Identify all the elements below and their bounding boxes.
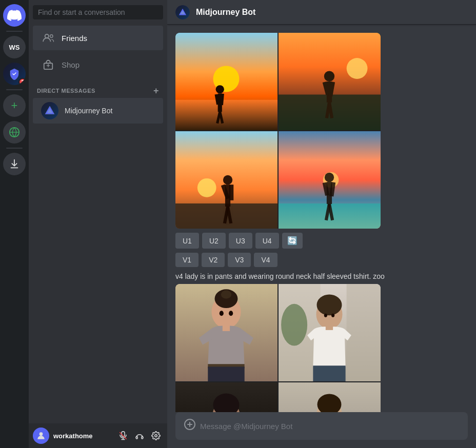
svg-rect-55 <box>208 366 244 381</box>
image-grid-tshirt <box>175 284 381 412</box>
svg-point-1 <box>45 34 49 38</box>
nav-item-shop[interactable]: Shop <box>33 52 163 77</box>
dm-item-midjourney[interactable]: Midjourney Bot <box>33 98 163 124</box>
image-sunset-1 <box>175 33 277 130</box>
image-sunset-2 <box>279 33 381 130</box>
refresh-icon: 🔄 <box>287 236 298 246</box>
v1-button[interactable]: V1 <box>175 253 199 267</box>
svg-point-59 <box>281 304 307 346</box>
v2-button[interactable]: V2 <box>202 253 225 267</box>
chat-area: Midjourney Bot <box>167 0 476 448</box>
refresh-button[interactable]: 🔄 <box>282 233 303 249</box>
shop-label: Shop <box>62 60 80 69</box>
svg-point-62 <box>324 314 327 317</box>
svg-rect-53 <box>223 325 230 331</box>
image-grid-sunset <box>175 33 381 229</box>
server-sidebar: WS 2 + <box>0 0 29 448</box>
svg-rect-58 <box>347 284 381 381</box>
chat-message-input[interactable] <box>200 416 460 437</box>
friends-icon <box>41 31 55 45</box>
svg-point-30 <box>197 178 216 197</box>
svg-rect-13 <box>175 100 277 130</box>
chat-header-avatar <box>175 5 190 19</box>
message-text-2: v4 lady is in pants and wearing round ne… <box>175 271 432 282</box>
chat-input-area <box>167 412 476 448</box>
server-divider-3 <box>6 148 23 149</box>
add-attachment-button[interactable] <box>184 412 196 440</box>
u3-button[interactable]: U3 <box>229 233 252 249</box>
user-avatar <box>33 427 49 444</box>
settings-button[interactable] <box>149 429 163 443</box>
add-label: + <box>11 99 18 112</box>
message-2: v4 lady is in pants and wearing round ne… <box>175 271 468 412</box>
image-sunset-3 <box>175 131 277 229</box>
message-1: U1 U2 U3 U4 🔄 V1 V2 V3 V4 <box>175 33 468 267</box>
user-area: workathome <box>29 423 167 448</box>
svg-rect-64 <box>326 326 333 330</box>
nav-item-friends[interactable]: Friends <box>33 26 163 50</box>
u4-button[interactable]: U4 <box>255 233 279 249</box>
svg-point-63 <box>331 314 334 317</box>
v3-button[interactable]: V3 <box>228 253 251 267</box>
server-icon-add[interactable]: + <box>3 94 26 117</box>
image-tshirt-4 <box>279 382 381 412</box>
server-icon-download[interactable] <box>3 153 26 175</box>
mj-avatar-graphic <box>41 102 58 119</box>
svg-point-2 <box>50 35 53 37</box>
shop-icon <box>41 57 55 72</box>
server-icon-ws[interactable]: WS <box>3 36 26 58</box>
svg-point-61 <box>316 295 342 316</box>
server-divider-2 <box>6 89 23 90</box>
chat-input-wrapper <box>175 412 468 440</box>
u-buttons-row: U1 U2 U3 U4 🔄 <box>175 233 381 249</box>
svg-point-51 <box>220 311 224 316</box>
friends-label: Friends <box>62 34 87 43</box>
svg-point-52 <box>229 311 233 316</box>
dm-section-header: DIRECT MESSAGES + <box>29 78 167 97</box>
svg-rect-35 <box>229 185 233 200</box>
user-info: workathome <box>53 432 112 440</box>
image-tshirt-3 <box>175 382 277 412</box>
chat-header-name: Midjourney Bot <box>196 8 255 17</box>
svg-point-21 <box>347 58 368 79</box>
server1-badge: 2 <box>18 78 26 85</box>
server-icon-server1[interactable]: 2 <box>3 63 26 85</box>
u2-button[interactable]: U2 <box>202 233 226 249</box>
deafen-button[interactable] <box>132 429 147 443</box>
midjourney-bot-avatar <box>41 102 58 119</box>
v-buttons-row: V1 V2 V3 V4 <box>175 253 381 267</box>
chat-header: Midjourney Bot <box>167 0 476 25</box>
mute-button[interactable] <box>116 429 130 443</box>
svg-rect-65 <box>313 365 345 381</box>
server-icon-discord[interactable] <box>3 4 26 27</box>
add-dm-button[interactable]: + <box>153 86 159 95</box>
server-divider <box>6 31 23 32</box>
search-bar-container <box>29 0 167 25</box>
v4-button[interactable]: V4 <box>254 253 277 267</box>
svg-point-50 <box>221 290 231 298</box>
svg-point-14 <box>216 85 224 93</box>
svg-point-8 <box>155 435 157 437</box>
midjourney-bot-name: Midjourney Bot <box>65 107 112 115</box>
image-tshirt-2 <box>279 284 381 381</box>
u1-button[interactable]: U1 <box>175 233 199 249</box>
username: workathome <box>53 432 112 440</box>
svg-point-32 <box>223 175 232 185</box>
dm-section-label: DIRECT MESSAGES <box>37 88 95 94</box>
chat-messages[interactable]: U1 U2 U3 U4 🔄 V1 V2 V3 V4 v4 lady is in … <box>167 25 476 412</box>
svg-point-6 <box>39 432 43 436</box>
image-sunset-4 <box>279 131 381 229</box>
image-tshirt-1 <box>175 284 277 381</box>
image-grid-2 <box>175 284 381 412</box>
image-grid-1 <box>175 33 381 229</box>
server-icon-explore[interactable] <box>3 121 26 144</box>
header-bot-avatar <box>175 5 190 19</box>
ws-label: WS <box>9 44 20 51</box>
dm-sidebar: Friends Shop DIRECT MESSAGES + Midjourn <box>29 0 167 448</box>
svg-point-41 <box>325 173 334 182</box>
search-input-wrapper[interactable] <box>33 5 163 19</box>
search-input[interactable] <box>38 8 158 16</box>
user-actions <box>116 429 163 443</box>
svg-point-23 <box>324 71 334 82</box>
